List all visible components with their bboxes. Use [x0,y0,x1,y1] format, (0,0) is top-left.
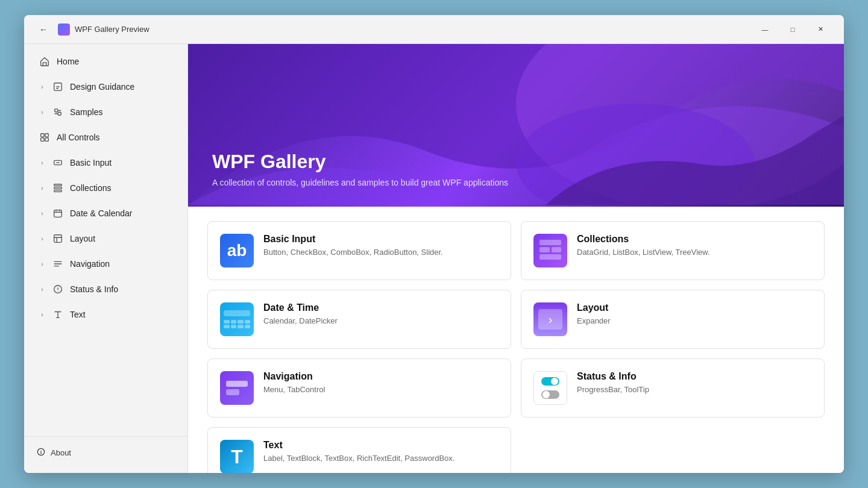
text-icon [52,308,64,321]
card-desc-datetime: Calendar, DatePicker [263,316,338,327]
about-label: About [51,448,71,457]
sidebar-item-layout[interactable]: › Layout [29,227,183,251]
collections-icon [52,182,64,194]
card-title-layout: Layout [577,302,611,313]
sidebar-item-collections[interactable]: › Collections [29,176,183,200]
svg-rect-12 [54,235,62,243]
card-body-navigation: Navigation Menu, TabControl [263,371,325,395]
card-basic-input[interactable]: ab Basic Input Button, CheckBox, ComboBo… [207,221,511,280]
home-icon [39,55,51,67]
svg-rect-6 [45,138,48,141]
input-icon [52,157,64,169]
sidebar-item-status-info-label: Status & Info [70,284,173,294]
svg-rect-8 [54,184,62,186]
sidebar-item-all-controls[interactable]: All Controls [29,125,183,149]
close-button[interactable]: ✕ [807,20,834,39]
card-body-layout: Layout Expander [577,302,611,327]
card-desc-basic-input: Button, CheckBox, ComboBox, RadioButton,… [263,247,443,258]
main-content: Home › Design Guidance › Samples [24,44,844,473]
chevron-right-icon: › [39,108,46,116]
status-icon [52,283,64,295]
calendar-icon [52,207,64,219]
sidebar-item-basic-input-label: Basic Input [70,158,173,167]
sidebar-item-navigation-label: Navigation [70,259,173,269]
card-title-navigation: Navigation [263,371,325,382]
card-icon-datetime [220,302,254,336]
sidebar-item-status-info[interactable]: › Status & Info [29,277,183,301]
chevron-right-icon: › [39,311,46,318]
sidebar-item-date-calendar-label: Date & Calendar [70,208,173,218]
sidebar: Home › Design Guidance › Samples [24,44,188,473]
card-title-status-info: Status & Info [577,371,649,382]
card-desc-text: Label, TextBlock, TextBox, RichTextEdit,… [263,453,454,464]
sidebar-item-home[interactable]: Home [29,49,183,74]
card-desc-navigation: Menu, TabControl [263,384,325,395]
svg-rect-3 [41,134,44,137]
card-desc-collections: DataGrid, ListBox, ListView, TreeView. [577,247,710,258]
card-body-collections: Collections DataGrid, ListBox, ListView,… [577,234,710,258]
svg-rect-11 [54,210,62,217]
chevron-right-icon: › [39,184,46,192]
card-title-datetime: Date & Time [263,302,338,313]
card-title-basic-input: Basic Input [263,234,443,245]
svg-rect-9 [54,187,62,189]
card-status-info[interactable]: Status & Info ProgressBar, ToolTip [521,358,825,418]
sidebar-item-samples-label: Samples [70,107,173,117]
card-body-text: Text Label, TextBlock, TextBox, RichText… [263,440,454,464]
card-body-datetime: Date & Time Calendar, DatePicker [263,302,338,327]
card-layout[interactable]: › Layout Expander [521,290,825,349]
chevron-right-icon: › [39,235,46,242]
sidebar-item-layout-label: Layout [70,234,173,243]
sidebar-item-design-guidance[interactable]: › Design Guidance [29,75,183,99]
svg-rect-4 [45,134,48,137]
svg-point-1 [55,109,58,112]
sidebar-item-samples[interactable]: › Samples [29,100,183,124]
chevron-right-icon: › [39,260,46,267]
cards-container: ab Basic Input Button, CheckBox, ComboBo… [188,207,844,473]
card-icon-text: T [220,440,254,473]
card-desc-layout: Expander [577,316,611,327]
navigation-icon [52,258,64,270]
card-desc-status-info: ProgressBar, ToolTip [577,384,649,395]
sidebar-item-text[interactable]: › Text [29,302,183,327]
hero-subtitle: A collection of controls, guidelines and… [212,178,508,187]
layout-icon [52,233,64,245]
titlebar: ← WPF Gallery Preview — □ ✕ [24,15,844,44]
svg-rect-10 [54,190,62,192]
design-icon [52,81,64,93]
card-icon-status [533,371,567,405]
window-title: WPF Gallery Preview [75,25,751,34]
controls-icon [39,131,51,143]
svg-point-15 [516,44,844,205]
sidebar-item-design-guidance-label: Design Guidance [70,82,173,92]
card-collections[interactable]: Collections DataGrid, ListBox, ListView,… [521,221,825,280]
card-icon-layout: › [533,302,567,336]
about-button[interactable]: About [29,442,183,463]
svg-rect-5 [41,138,44,141]
card-datetime[interactable]: Date & Time Calendar, DatePicker [207,290,511,349]
chevron-right-icon: › [39,286,46,293]
chevron-right-icon: › [39,83,46,90]
card-icon-collections [533,234,567,267]
app-icon [58,23,70,36]
sidebar-item-navigation[interactable]: › Navigation [29,252,183,276]
back-button[interactable]: ← [34,20,53,39]
maximize-button[interactable]: □ [779,20,807,39]
hero-banner: WPF Gallery A collection of controls, gu… [188,44,844,207]
chevron-right-icon: › [39,210,46,217]
sidebar-item-date-calendar[interactable]: › Date & Calendar [29,201,183,225]
info-icon [36,447,46,458]
card-navigation[interactable]: Navigation Menu, TabControl [207,358,511,418]
card-title-text: Text [263,440,454,451]
hero-text: WPF Gallery A collection of controls, gu… [212,151,508,187]
samples-icon [52,106,64,118]
sidebar-item-basic-input[interactable]: › Basic Input [29,151,183,175]
sidebar-item-collections-label: Collections [70,183,173,193]
sidebar-item-all-controls-label: All Controls [57,133,173,142]
minimize-button[interactable]: — [751,20,779,39]
card-icon-basic-input: ab [220,234,254,267]
right-panel: WPF Gallery A collection of controls, gu… [188,44,844,473]
card-text[interactable]: T Text Label, TextBlock, TextBox, RichTe… [207,427,511,473]
hero-title: WPF Gallery [212,151,508,173]
card-body-status-info: Status & Info ProgressBar, ToolTip [577,371,649,395]
